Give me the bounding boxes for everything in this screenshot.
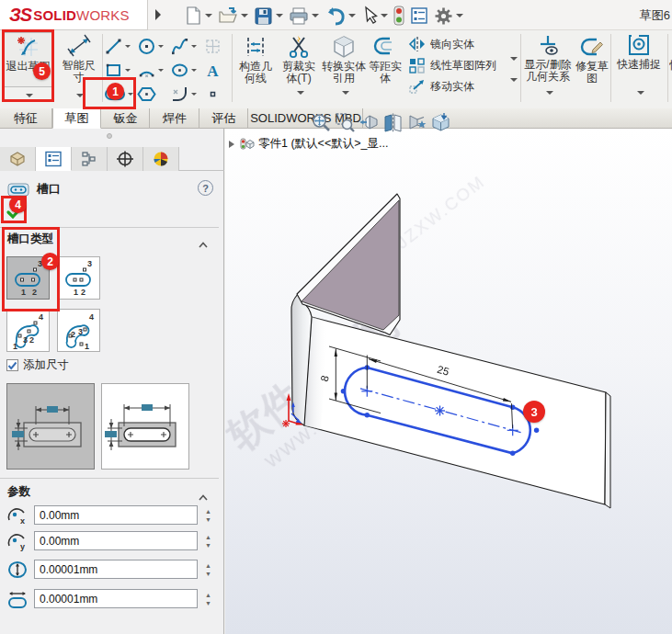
- move-entities-icon: [408, 78, 427, 95]
- help-button[interactable]: ?: [198, 180, 213, 196]
- save-button[interactable]: [254, 6, 283, 26]
- print-button[interactable]: [289, 6, 319, 26]
- circle-tool-button[interactable]: [137, 35, 166, 57]
- offset-entities-button[interactable]: 等距实体: [366, 32, 404, 102]
- polygon-tool-button[interactable]: [137, 83, 166, 105]
- part-icon: [240, 137, 255, 151]
- slot-length-spinner[interactable]: ▲▼: [201, 589, 215, 608]
- slot-width-input[interactable]: [34, 560, 198, 579]
- tab-feature-manager[interactable]: [0, 147, 36, 171]
- linear-pattern-button[interactable]: 线性草图阵列: [408, 55, 496, 75]
- zoom-to-area-button[interactable]: [335, 112, 356, 133]
- tab-features[interactable]: 特征: [0, 108, 52, 129]
- line-tool-button[interactable]: [104, 35, 133, 57]
- param-center-y-row: y ▲▼: [0, 531, 219, 551]
- slot-length-input[interactable]: [34, 589, 198, 608]
- center-x-spinner[interactable]: ▲▼: [201, 505, 215, 525]
- rebuild-traffic-light-button[interactable]: [393, 6, 404, 26]
- dim-scheme-overall-button[interactable]: [101, 383, 189, 470]
- move-entities-button[interactable]: 移动实体: [408, 76, 474, 96]
- display-relations-dropdown[interactable]: [524, 91, 572, 102]
- trim-entities-label: 剪裁实体(T): [278, 61, 320, 85]
- tab-evaluate[interactable]: 评估: [200, 108, 248, 129]
- slot-type-three-point-arc-button[interactable]: 1 2 3 4: [6, 309, 50, 352]
- undo-button[interactable]: [325, 6, 356, 26]
- linear-pattern-dropdown[interactable]: [507, 61, 518, 77]
- settings-button[interactable]: [434, 6, 463, 26]
- construction-geometry-icon: [244, 35, 268, 59]
- construction-geometry-button[interactable]: 构造几何线: [235, 32, 276, 102]
- open-button[interactable]: [218, 6, 248, 26]
- select-button[interactable]: [361, 6, 388, 26]
- sketch-picture-tool-disabled: [203, 35, 233, 57]
- menu-expand-icon[interactable]: [154, 7, 163, 26]
- tab-dimxpert-manager[interactable]: [108, 147, 143, 171]
- offset-entities-label: 等距实体: [366, 61, 404, 85]
- zoom-to-fit-icon: [311, 112, 332, 133]
- tab-property-manager[interactable]: [36, 147, 72, 171]
- logo-text-light: WORKS: [76, 7, 130, 23]
- convert-entities-label: 转换实体引用: [322, 61, 366, 85]
- quick-snaps-button[interactable]: 快速捕捉: [614, 32, 664, 89]
- workspace: 槽口 ? 槽口类型 1: [0, 129, 672, 634]
- point-tool-button[interactable]: [203, 83, 233, 105]
- add-dimensions-row: 添加尺寸: [6, 357, 69, 373]
- fillet-tool-button[interactable]: [170, 83, 199, 105]
- section-view-button[interactable]: [382, 112, 404, 133]
- slot-type-centerpoint-arc-button[interactable]: 2 3 1 4: [57, 309, 100, 352]
- move-entities-label: 移动实体: [430, 79, 474, 95]
- tab-weldments[interactable]: 焊件: [151, 108, 199, 129]
- zoom-to-fit-button[interactable]: [311, 112, 332, 133]
- collapse-chevron-slot-type[interactable]: [199, 235, 208, 252]
- mirror-entities-button[interactable]: 镜向实体: [408, 34, 474, 54]
- convert-entities-button[interactable]: 转换实体引用: [322, 32, 366, 89]
- slot-midpoint-asterisk: [435, 406, 445, 416]
- move-entities-dropdown[interactable]: [507, 82, 518, 98]
- trim-dropdown[interactable]: [278, 91, 320, 102]
- center-y-input[interactable]: [34, 531, 198, 550]
- new-document-button[interactable]: [184, 6, 212, 26]
- convert-dropdown[interactable]: [322, 91, 366, 102]
- tab-configuration-manager[interactable]: [72, 147, 108, 171]
- quick-snaps-dropdown[interactable]: [614, 91, 664, 102]
- text-tool-button[interactable]: A: [203, 59, 233, 81]
- tab-display-manager[interactable]: [143, 147, 179, 171]
- trim-entities-button[interactable]: 剪裁实体(T): [278, 32, 320, 89]
- logo-text-bold: SOLID: [33, 7, 76, 23]
- collapse-chevron-parameters[interactable]: [199, 488, 208, 504]
- graphics-area[interactable]: 软件自学网 WWW.RJZXW.COM WWW.RJZXW.COM: [225, 129, 672, 634]
- options-list-button[interactable]: [410, 6, 428, 25]
- previous-view-button[interactable]: [359, 112, 380, 133]
- tree-expand-arrow[interactable]: [229, 141, 234, 148]
- display-delete-relations-button[interactable]: 显示/删除几何关系: [524, 32, 572, 89]
- svg-text:3: 3: [78, 327, 83, 336]
- arc-tool-button[interactable]: [137, 59, 166, 81]
- view-settings-button[interactable]: [406, 112, 427, 133]
- repair-sketch-button[interactable]: 修复草图: [574, 32, 610, 102]
- parameters-label: 参数: [7, 482, 219, 501]
- center-y-spinner[interactable]: ▲▼: [201, 531, 215, 550]
- slot-type-straight-overall-button[interactable]: 1 2 3: [57, 256, 100, 300]
- front-face: [304, 317, 606, 504]
- dim-scheme-center-button[interactable]: [6, 383, 95, 470]
- fillet-tool-icon: [170, 85, 189, 104]
- add-dimensions-checkbox[interactable]: [6, 359, 18, 371]
- parameters-section-header[interactable]: 参数: [0, 482, 219, 501]
- center-x-input[interactable]: [34, 505, 198, 525]
- param-slot-width-row: ▲▼: [0, 560, 219, 580]
- ellipse-tool-button[interactable]: [170, 59, 199, 81]
- slot-feature-icon: [7, 183, 29, 197]
- feature-tree-item[interactable]: 零件1 (默认<<默认>_显...: [229, 136, 388, 152]
- slot-width-spinner[interactable]: ▲▼: [201, 560, 215, 579]
- panel-splitter-handle[interactable]: [107, 133, 112, 139]
- slot-length-icon: [6, 589, 29, 609]
- display-relations-icon: [536, 33, 560, 57]
- spline-tool-icon: [170, 37, 189, 56]
- svg-text:3: 3: [87, 259, 92, 268]
- logo-mark: ЗS: [9, 5, 31, 26]
- right-edge-face: [605, 392, 610, 508]
- view-orientation-button[interactable]: [430, 112, 451, 133]
- tab-sheet-metal[interactable]: 钣金: [102, 108, 150, 129]
- tab-sketch[interactable]: 草图: [52, 108, 101, 129]
- spline-tool-button[interactable]: [170, 35, 199, 57]
